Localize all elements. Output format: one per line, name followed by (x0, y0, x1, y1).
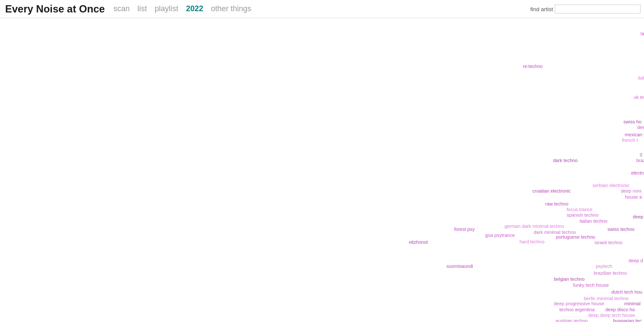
genre-label[interactable]: croatian electronic (532, 188, 571, 193)
genre-label[interactable]: focus trance (567, 207, 592, 212)
nav-list[interactable]: list (137, 4, 147, 13)
genre-label[interactable]: israeli techno (595, 240, 623, 245)
genre-label[interactable]: braz (636, 158, 644, 163)
main-nav: scan list playlist 2022 other things (113, 4, 259, 13)
genre-label[interactable]: techno argentina (559, 307, 595, 312)
genre-label[interactable]: electro (631, 170, 644, 175)
genre-label[interactable]: berlin minimal techno (584, 296, 629, 301)
genre-label[interactable]: belgian techno (554, 276, 585, 282)
genre-label[interactable]: brazilian techno (594, 270, 627, 276)
genre-label[interactable]: hungarian tec (613, 318, 642, 322)
genre-label[interactable]: swiss techno (608, 227, 635, 232)
genre-label[interactable]: deep mini (621, 188, 641, 193)
genre-label[interactable]: g (640, 151, 642, 156)
genre-label[interactable]: raw techno (545, 201, 568, 206)
genre-label[interactable]: minimal (624, 301, 641, 306)
noise-map: lare:technoitaluk tecswiss hodeemexican … (0, 18, 644, 322)
genre-label[interactable]: deep progressive house (554, 301, 604, 306)
header: Every Noise at Once scan list playlist 2… (0, 0, 644, 18)
genre-label[interactable]: re:techno (523, 64, 543, 69)
genre-label[interactable]: nitzhonot (409, 239, 428, 245)
find-artist-input[interactable] (555, 4, 641, 13)
genre-label[interactable]: dee (637, 125, 644, 130)
genre-label[interactable]: deep disco ho (605, 307, 635, 312)
genre-label[interactable]: austrian techno (556, 318, 588, 322)
genre-label[interactable]: serbian electronic (592, 183, 629, 188)
genre-label[interactable]: psytech (596, 264, 612, 269)
genre-label[interactable]: mexican te (625, 132, 644, 137)
genre-label[interactable]: french t (622, 138, 638, 143)
genre-label[interactable]: dark techno (553, 158, 577, 163)
genre-label[interactable]: spanish techno (567, 212, 598, 218)
nav-playlist[interactable]: playlist (155, 4, 178, 13)
genre-label[interactable]: house a (625, 194, 642, 199)
find-artist-container: find artist (530, 4, 641, 13)
genre-label[interactable]: portuguese techno (556, 234, 595, 239)
nav-2022[interactable]: 2022 (186, 4, 203, 13)
genre-label[interactable]: deep (633, 214, 643, 219)
genre-label[interactable]: la (641, 31, 644, 36)
genre-label[interactable]: goa psytrance (485, 233, 515, 238)
genre-label[interactable]: hard techno (519, 239, 544, 244)
genre-label[interactable]: funky tech house (573, 282, 609, 288)
genre-label[interactable]: german dark minimal techno (504, 224, 564, 229)
nav-scan[interactable]: scan (113, 4, 130, 13)
genre-label[interactable]: ital (638, 75, 644, 80)
genre-label[interactable]: italian techno (580, 218, 608, 224)
site-title[interactable]: Every Noise at Once (5, 3, 105, 15)
genre-label[interactable]: forest psy (454, 227, 475, 232)
genre-label[interactable]: dutch tech hou (611, 289, 642, 294)
genre-label[interactable]: uk tec (634, 95, 644, 100)
genre-label[interactable]: deep deep tech house (588, 313, 635, 318)
genre-label[interactable]: suomisaundi (447, 264, 473, 269)
genre-label[interactable]: swiss ho (623, 119, 641, 124)
genre-label[interactable]: deep d (629, 258, 643, 263)
find-artist-label: find artist (530, 6, 553, 12)
nav-other-things[interactable]: other things (211, 4, 251, 13)
